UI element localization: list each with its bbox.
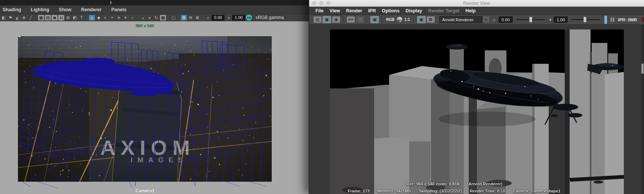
toolbar-divider	[86, 15, 87, 20]
toolbar-divider	[382, 16, 382, 23]
render-region-icon[interactable]: ▣	[323, 16, 331, 23]
menu-view[interactable]: View	[327, 8, 343, 13]
viewport-contrast-icon[interactable]: ◑	[225, 15, 231, 21]
ipr-memory-label: IPR: 0MB	[618, 18, 637, 22]
colorspace-dropdown[interactable]: sRGB gamma	[253, 15, 287, 21]
film-gate-icon[interactable]: ▤	[45, 15, 51, 21]
ipr-refresh-icon[interactable]: ↺	[356, 16, 364, 23]
keep-image-icon[interactable]: ▣	[417, 16, 425, 23]
paint-tool-icon[interactable]: ◭	[14, 15, 20, 21]
maya-viewport-panel: ShadingLightingShowRendererPanels ◧⚑◭⊕╱▦…	[0, 0, 309, 194]
menu-show[interactable]: Show	[54, 7, 76, 12]
render-icon[interactable]: ▤	[314, 16, 321, 23]
renderer-dropdown[interactable]: Arnold Renderer ▾	[439, 16, 490, 23]
ratio-1to1-icon[interactable]: 1:1	[404, 16, 410, 23]
use-lights-icon[interactable]: ☀	[123, 15, 129, 21]
toolbar-divider	[36, 15, 36, 20]
toolbar-divider	[367, 16, 368, 23]
render-gamma-field[interactable]: 1.00	[554, 16, 568, 23]
contrast-icon: ◑	[548, 16, 552, 23]
wireframe-mode-icon[interactable]: ◇	[89, 15, 95, 21]
camera-tools-icon[interactable]: ◧	[1, 15, 7, 21]
grid-icon[interactable]: ▦	[38, 15, 44, 21]
viewport-exposure-field[interactable]: 0.00	[212, 15, 225, 21]
checker-icon[interactable]: ▩	[160, 15, 166, 21]
safe-action-icon[interactable]: ◩	[72, 15, 78, 21]
render-status-line1: size: 960 x 540 zoom: 0.818 (Arnold Rend…	[332, 182, 577, 186]
maya-application: ShadingLightingShowRendererPanels ◧⚑◭⊕╱▦…	[0, 0, 644, 194]
pencil-tool-icon[interactable]: ╱	[28, 15, 34, 21]
xray-mode-icon[interactable]: ∗	[116, 15, 122, 21]
smooth-shade-icon[interactable]: ◆	[96, 15, 102, 21]
render-exposure-field[interactable]: 0.00	[499, 16, 513, 23]
isolate-add-icon[interactable]: ⊞	[188, 15, 194, 21]
memory-label: Memory: 3421Mb	[378, 189, 411, 193]
snapshot-icon[interactable]: ◉	[332, 16, 340, 23]
panel-toolbar-icons: ◧⚑◭⊕╱▦▤◙◘⊞◩T◇◆◐◓∗☀●◒◕↻▩▢⧉⊞⊠☼	[1, 15, 211, 21]
bookmark-icon[interactable]: ⚑	[7, 15, 13, 21]
pane-divider-handle[interactable]	[110, 1, 111, 4]
cycle-icon[interactable]: ↻	[153, 15, 159, 21]
panel-menubar: ShadingLightingShowRendererPanels	[0, 5, 309, 14]
rendered-image	[330, 29, 624, 194]
menu-options[interactable]: Options	[379, 8, 403, 13]
render-renderer-label: (Arnold Renderer)	[467, 182, 502, 186]
alpha-channel-icon[interactable]	[397, 17, 402, 22]
render-view-canvas[interactable]: size: 960 x 540 zoom: 0.818 (Arnold Rend…	[309, 25, 644, 194]
camera-plate-image: AXIOM IMAGES	[18, 36, 272, 190]
remove-image-icon[interactable]: ⊠	[427, 16, 435, 23]
toolbar-divider	[414, 16, 415, 23]
lighting-mode-icon[interactable]: ◓	[109, 15, 115, 21]
toolbar-divider	[202, 15, 203, 20]
ipr-toggle-bar[interactable]	[604, 16, 607, 24]
gamma-slider[interactable]	[571, 19, 600, 20]
exposure-icon[interactable]: ☼	[205, 15, 211, 21]
render-time-label: Render Time: 0:10	[470, 189, 505, 193]
menu-file[interactable]: File	[312, 8, 327, 13]
menu-panels[interactable]: Panels	[107, 7, 131, 12]
background-color-swatch[interactable]	[641, 17, 644, 22]
safe-title-icon[interactable]: T	[78, 15, 84, 21]
render-view-toolbar: ▤▣◉IPR↺▣RGB1:1▣⊠ Arnold Renderer ▾ ☼ 0.0…	[309, 15, 644, 25]
rgb-channels-icon[interactable]: RGB	[385, 16, 395, 23]
pause-icon[interactable]	[611, 18, 614, 22]
pivot-tool-icon[interactable]: ⊕	[21, 15, 27, 21]
viewport-canvas[interactable]: 960 x 540	[0, 21, 309, 194]
textured-mode-icon[interactable]: ◐	[102, 15, 108, 21]
render-toolbar-icons: ▤▣◉IPR↺▣RGB1:1▣⊠	[314, 16, 435, 23]
window-titlebar[interactable]: Render View	[309, 0, 644, 7]
menu-help[interactable]: Help	[462, 8, 478, 13]
render-view-window: Render View FileViewRenderIPROptionsDisp…	[309, 0, 644, 194]
ipr-update-region-icon[interactable]: ▣	[371, 16, 379, 23]
shadows-icon[interactable]: ●	[129, 15, 135, 21]
menu-render[interactable]: Render	[343, 8, 365, 13]
menu-ipr[interactable]: IPR	[365, 8, 379, 13]
gradient-icon[interactable]: ◕	[147, 15, 152, 21]
field-chart-icon[interactable]: ⊞	[65, 15, 71, 21]
gate-mask-icon[interactable]: ◘	[58, 15, 64, 21]
marquee-select-icon[interactable]: ▢	[170, 15, 176, 21]
toolbar-divider	[178, 15, 179, 20]
resolution-gate-icon[interactable]: ◙	[52, 15, 58, 21]
image-plane-icon[interactable]: ◒	[140, 15, 146, 21]
resolution-gate-label: 960 x 540	[18, 24, 272, 28]
ipr-render-icon[interactable]: IPR	[347, 16, 355, 23]
isolate-remove-icon[interactable]: ⊠	[194, 15, 200, 21]
exposure-slider[interactable]	[516, 19, 545, 20]
menu-render-target: Render Target	[425, 8, 462, 13]
menu-display[interactable]: Display	[403, 8, 425, 13]
menu-lighting[interactable]: Lighting	[26, 7, 54, 12]
scrollbar-handle[interactable]	[641, 63, 644, 74]
render-view-menubar: FileViewRenderIPROptionsDisplayRender Ta…	[309, 7, 644, 15]
color-management-on-button[interactable]: ON	[246, 15, 252, 21]
isolate-select-icon[interactable]: ⧉	[181, 15, 187, 21]
render-status-line2: Frame: 173 Memory: 3421Mb Sampling: [3/2…	[332, 189, 577, 193]
sampling-label: Sampling: [3/2/2/2/2/2]	[419, 189, 462, 193]
viewport-gamma-field[interactable]: 1.00	[232, 15, 245, 21]
menu-renderer[interactable]: Renderer	[76, 7, 107, 12]
vertical-scrollbar[interactable]	[641, 25, 644, 194]
camera-label: Camera: CameraShape1	[513, 189, 561, 193]
watermark-images: IMAGES	[131, 156, 188, 164]
menu-shading[interactable]: Shading	[0, 7, 26, 12]
window-title: Render View	[309, 1, 644, 6]
